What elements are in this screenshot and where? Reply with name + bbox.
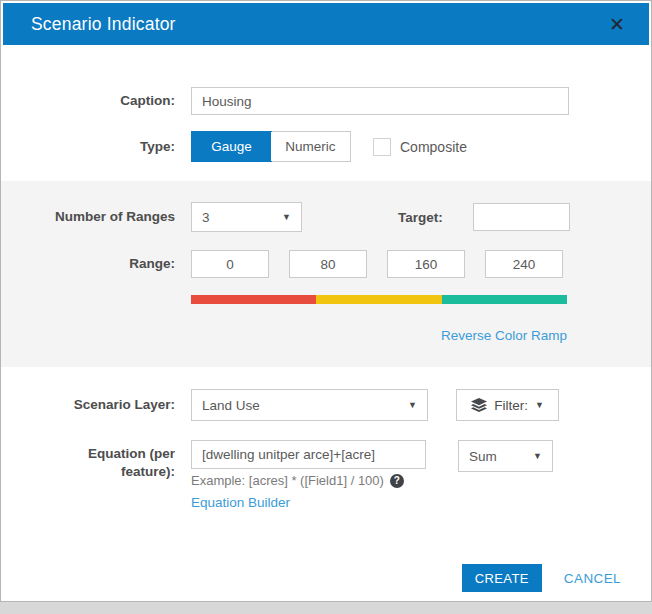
range-input-1[interactable] bbox=[191, 250, 269, 278]
equation-builder-link[interactable]: Equation Builder bbox=[191, 495, 290, 510]
number-of-ranges-row: Number of Ranges 3 ▼ Target: bbox=[1, 202, 651, 232]
number-of-ranges-value: 3 bbox=[202, 210, 210, 225]
caption-label: Caption: bbox=[1, 92, 191, 110]
equation-builder-line: Equation Builder bbox=[191, 493, 426, 511]
color-ramp-row bbox=[1, 295, 651, 304]
equation-label-line2: feature): bbox=[1, 463, 175, 481]
dialog-header: Scenario Indicator ✕ bbox=[3, 3, 649, 45]
cancel-button[interactable]: CANCEL bbox=[564, 571, 621, 586]
number-of-ranges-label: Number of Ranges bbox=[1, 208, 191, 226]
scenario-layer-select[interactable]: Land Use ▼ bbox=[191, 389, 428, 421]
filter-label: Filter: bbox=[494, 398, 528, 413]
type-row: Type: Gauge Numeric Composite bbox=[1, 131, 651, 162]
layer-equation-section: Scenario Layer: Land Use ▼ Filter: ▼ bbox=[1, 367, 651, 511]
type-option-numeric[interactable]: Numeric bbox=[271, 132, 350, 161]
target-input[interactable] bbox=[473, 203, 570, 231]
reverse-link-wrap: Reverse Color Ramp bbox=[191, 326, 567, 344]
layers-icon bbox=[471, 398, 487, 412]
ramp-segment-red bbox=[191, 295, 316, 304]
number-of-ranges-select[interactable]: 3 ▼ bbox=[191, 202, 302, 232]
range-input-3[interactable] bbox=[387, 250, 465, 278]
caret-down-icon: ▼ bbox=[282, 213, 291, 222]
caption-row: Caption: bbox=[1, 87, 651, 115]
caret-down-icon: ▼ bbox=[408, 401, 417, 410]
equation-label-line1: Equation (per bbox=[1, 445, 175, 463]
equation-example-line: Example: [acres] * ([Field1] / 100) ? bbox=[191, 473, 426, 488]
equation-field-column: Example: [acres] * ([Field1] / 100) ? Eq… bbox=[191, 440, 426, 511]
type-option-gauge[interactable]: Gauge bbox=[191, 131, 272, 162]
aggregation-select[interactable]: Sum ▼ bbox=[458, 440, 553, 472]
ramp-segment-green bbox=[442, 295, 567, 304]
range-input-4[interactable] bbox=[485, 250, 563, 278]
aggregation-value: Sum bbox=[469, 449, 497, 464]
type-segmented-control: Gauge Numeric bbox=[191, 131, 351, 162]
scenario-layer-row: Scenario Layer: Land Use ▼ Filter: ▼ bbox=[1, 389, 651, 421]
dialog-footer: CREATE CANCEL bbox=[462, 564, 621, 592]
composite-field: Composite bbox=[373, 138, 467, 156]
ranges-section: Number of Ranges 3 ▼ Target: Range: bbox=[1, 181, 651, 367]
reverse-color-ramp-link[interactable]: Reverse Color Ramp bbox=[441, 328, 567, 343]
range-label: Range: bbox=[1, 255, 191, 273]
dialog-title: Scenario Indicator bbox=[31, 14, 176, 35]
equation-row: Equation (per feature): Example: [acres]… bbox=[1, 440, 651, 511]
range-row: Range: bbox=[1, 250, 651, 278]
range-inputs bbox=[191, 250, 563, 278]
equation-input[interactable] bbox=[191, 440, 426, 469]
equation-example-text: Example: [acres] * ([Field1] / 100) bbox=[191, 473, 384, 488]
help-icon[interactable]: ? bbox=[390, 474, 404, 488]
range-input-2[interactable] bbox=[289, 250, 367, 278]
caption-input[interactable] bbox=[191, 87, 569, 115]
target-label: Target: bbox=[398, 210, 443, 225]
general-section: Caption: Type: Gauge Numeric Composite bbox=[1, 45, 651, 162]
scenario-layer-label: Scenario Layer: bbox=[1, 396, 191, 414]
scenario-indicator-dialog: Scenario Indicator ✕ Caption: Type: Gaug… bbox=[0, 0, 652, 602]
scenario-layer-value: Land Use bbox=[202, 398, 260, 413]
equation-label: Equation (per feature): bbox=[1, 440, 191, 480]
close-icon[interactable]: ✕ bbox=[605, 13, 629, 36]
type-label: Type: bbox=[1, 138, 191, 156]
create-button[interactable]: CREATE bbox=[462, 564, 542, 592]
caret-down-icon: ▼ bbox=[533, 452, 542, 461]
caret-down-icon: ▼ bbox=[535, 401, 544, 410]
filter-dropdown-button[interactable]: Filter: ▼ bbox=[456, 389, 559, 421]
ramp-segment-yellow bbox=[316, 295, 441, 304]
composite-label: Composite bbox=[400, 139, 467, 155]
color-ramp bbox=[191, 295, 567, 304]
reverse-ramp-row: Reverse Color Ramp bbox=[1, 326, 651, 344]
composite-checkbox[interactable] bbox=[373, 138, 391, 156]
